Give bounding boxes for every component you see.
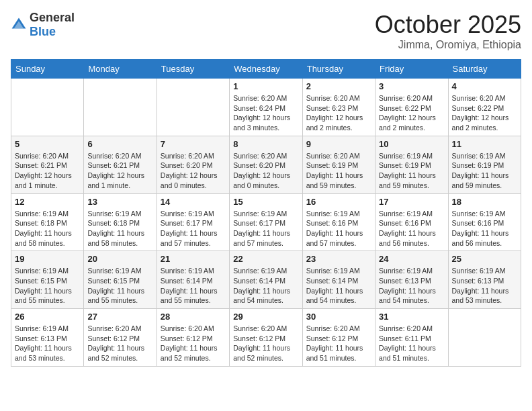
day-info: Sunrise: 6:19 AMSunset: 6:13 PMDaylight:… xyxy=(379,266,444,306)
day-info: Sunrise: 6:19 AMSunset: 6:17 PMDaylight:… xyxy=(233,209,298,248)
day-info: Sunrise: 6:20 AMSunset: 6:12 PMDaylight:… xyxy=(87,324,152,363)
day-info: Sunrise: 6:19 AMSunset: 6:16 PMDaylight:… xyxy=(379,209,444,248)
day-info: Sunrise: 6:19 AMSunset: 6:18 PMDaylight:… xyxy=(15,209,80,248)
calendar-cell: 29Sunrise: 6:20 AMSunset: 6:12 PMDayligh… xyxy=(230,309,302,367)
weekday-header-thursday: Thursday xyxy=(302,60,375,79)
week-row-1: 1Sunrise: 6:20 AMSunset: 6:24 PMDaylight… xyxy=(11,79,521,136)
day-number: 26 xyxy=(15,312,80,322)
day-number: 22 xyxy=(233,254,298,264)
day-info: Sunrise: 6:20 AMSunset: 6:23 PMDaylight:… xyxy=(306,93,371,133)
calendar-cell: 27Sunrise: 6:20 AMSunset: 6:12 PMDayligh… xyxy=(84,309,157,367)
day-number: 8 xyxy=(233,139,298,149)
day-number: 17 xyxy=(379,197,444,207)
day-info: Sunrise: 6:19 AMSunset: 6:15 PMDaylight:… xyxy=(15,266,80,306)
calendar-cell: 23Sunrise: 6:19 AMSunset: 6:14 PMDayligh… xyxy=(302,251,375,309)
day-info: Sunrise: 6:20 AMSunset: 6:12 PMDaylight:… xyxy=(233,324,298,363)
weekday-header-tuesday: Tuesday xyxy=(157,60,229,79)
day-info: Sunrise: 6:20 AMSunset: 6:12 PMDaylight:… xyxy=(306,324,371,363)
calendar-cell: 21Sunrise: 6:19 AMSunset: 6:14 PMDayligh… xyxy=(157,251,229,309)
day-number: 15 xyxy=(233,197,298,207)
calendar-cell: 28Sunrise: 6:20 AMSunset: 6:12 PMDayligh… xyxy=(157,309,229,367)
day-number: 25 xyxy=(452,254,517,264)
day-number: 28 xyxy=(161,312,226,322)
day-info: Sunrise: 6:20 AMSunset: 6:22 PMDaylight:… xyxy=(452,93,517,133)
calendar-cell: 3Sunrise: 6:20 AMSunset: 6:22 PMDaylight… xyxy=(375,79,448,136)
day-info: Sunrise: 6:20 AMSunset: 6:22 PMDaylight:… xyxy=(379,93,444,133)
day-number: 9 xyxy=(306,139,371,149)
week-row-4: 19Sunrise: 6:19 AMSunset: 6:15 PMDayligh… xyxy=(11,251,521,309)
day-number: 12 xyxy=(15,197,80,207)
day-number: 10 xyxy=(379,139,444,149)
logo-blue-text: Blue xyxy=(30,25,56,38)
day-info: Sunrise: 6:19 AMSunset: 6:13 PMDaylight:… xyxy=(15,324,80,363)
day-info: Sunrise: 6:19 AMSunset: 6:17 PMDaylight:… xyxy=(161,209,226,248)
logo-icon xyxy=(11,17,27,33)
day-info: Sunrise: 6:20 AMSunset: 6:21 PMDaylight:… xyxy=(15,151,80,191)
location-text: Jimma, Oromiya, Ethiopia xyxy=(375,39,521,51)
day-number: 14 xyxy=(161,197,226,207)
weekday-header-monday: Monday xyxy=(84,60,157,79)
calendar-cell: 16Sunrise: 6:19 AMSunset: 6:16 PMDayligh… xyxy=(302,193,375,251)
weekday-header-saturday: Saturday xyxy=(448,60,521,79)
day-info: Sunrise: 6:19 AMSunset: 6:13 PMDaylight:… xyxy=(452,266,517,306)
calendar-cell: 14Sunrise: 6:19 AMSunset: 6:17 PMDayligh… xyxy=(157,193,229,251)
calendar-cell: 6Sunrise: 6:20 AMSunset: 6:21 PMDaylight… xyxy=(84,136,157,193)
calendar-cell: 13Sunrise: 6:19 AMSunset: 6:18 PMDayligh… xyxy=(84,193,157,251)
day-number: 1 xyxy=(233,81,298,91)
calendar-cell: 22Sunrise: 6:19 AMSunset: 6:14 PMDayligh… xyxy=(230,251,302,309)
day-number: 2 xyxy=(306,81,371,91)
calendar-cell: 26Sunrise: 6:19 AMSunset: 6:13 PMDayligh… xyxy=(11,309,84,367)
weekday-header-wednesday: Wednesday xyxy=(230,60,302,79)
day-number: 4 xyxy=(452,81,517,91)
day-info: Sunrise: 6:20 AMSunset: 6:20 PMDaylight:… xyxy=(161,151,226,191)
calendar-cell: 7Sunrise: 6:20 AMSunset: 6:20 PMDaylight… xyxy=(157,136,229,193)
day-number: 3 xyxy=(379,81,444,91)
logo-general-text: General xyxy=(30,11,75,24)
day-number: 30 xyxy=(306,312,371,322)
day-number: 23 xyxy=(306,254,371,264)
calendar-cell xyxy=(157,79,229,136)
day-info: Sunrise: 6:19 AMSunset: 6:18 PMDaylight:… xyxy=(87,209,152,248)
day-info: Sunrise: 6:20 AMSunset: 6:21 PMDaylight:… xyxy=(87,151,152,191)
day-info: Sunrise: 6:19 AMSunset: 6:14 PMDaylight:… xyxy=(306,266,371,306)
day-number: 11 xyxy=(452,139,517,149)
day-number: 6 xyxy=(87,139,152,149)
calendar-cell: 2Sunrise: 6:20 AMSunset: 6:23 PMDaylight… xyxy=(302,79,375,136)
day-number: 29 xyxy=(233,312,298,322)
day-number: 27 xyxy=(87,312,152,322)
calendar-cell: 9Sunrise: 6:20 AMSunset: 6:19 PMDaylight… xyxy=(302,136,375,193)
day-info: Sunrise: 6:20 AMSunset: 6:20 PMDaylight:… xyxy=(233,151,298,191)
calendar-cell: 24Sunrise: 6:19 AMSunset: 6:13 PMDayligh… xyxy=(375,251,448,309)
calendar-cell: 12Sunrise: 6:19 AMSunset: 6:18 PMDayligh… xyxy=(11,193,84,251)
month-title: October 2025 xyxy=(375,11,521,39)
day-number: 7 xyxy=(161,139,226,149)
calendar-cell: 25Sunrise: 6:19 AMSunset: 6:13 PMDayligh… xyxy=(448,251,521,309)
calendar-cell xyxy=(448,309,521,367)
calendar-cell: 19Sunrise: 6:19 AMSunset: 6:15 PMDayligh… xyxy=(11,251,84,309)
day-number: 5 xyxy=(15,139,80,149)
day-number: 13 xyxy=(87,197,152,207)
day-number: 20 xyxy=(87,254,152,264)
calendar-cell: 5Sunrise: 6:20 AMSunset: 6:21 PMDaylight… xyxy=(11,136,84,193)
calendar-cell: 4Sunrise: 6:20 AMSunset: 6:22 PMDaylight… xyxy=(448,79,521,136)
day-info: Sunrise: 6:19 AMSunset: 6:19 PMDaylight:… xyxy=(452,151,517,191)
day-info: Sunrise: 6:19 AMSunset: 6:15 PMDaylight:… xyxy=(87,266,152,306)
calendar-cell: 11Sunrise: 6:19 AMSunset: 6:19 PMDayligh… xyxy=(448,136,521,193)
day-number: 31 xyxy=(379,312,444,322)
logo: General Blue xyxy=(11,11,75,39)
page-header: General Blue October 2025 Jimma, Oromiya… xyxy=(11,11,521,51)
calendar-cell: 20Sunrise: 6:19 AMSunset: 6:15 PMDayligh… xyxy=(84,251,157,309)
calendar-cell: 15Sunrise: 6:19 AMSunset: 6:17 PMDayligh… xyxy=(230,193,302,251)
calendar-cell: 8Sunrise: 6:20 AMSunset: 6:20 PMDaylight… xyxy=(230,136,302,193)
day-info: Sunrise: 6:20 AMSunset: 6:24 PMDaylight:… xyxy=(233,93,298,133)
day-number: 16 xyxy=(306,197,371,207)
week-row-3: 12Sunrise: 6:19 AMSunset: 6:18 PMDayligh… xyxy=(11,193,521,251)
calendar-table: SundayMondayTuesdayWednesdayThursdayFrid… xyxy=(11,59,521,367)
day-number: 21 xyxy=(161,254,226,264)
day-number: 24 xyxy=(379,254,444,264)
week-row-5: 26Sunrise: 6:19 AMSunset: 6:13 PMDayligh… xyxy=(11,309,521,367)
day-info: Sunrise: 6:19 AMSunset: 6:16 PMDaylight:… xyxy=(452,209,517,248)
day-info: Sunrise: 6:19 AMSunset: 6:19 PMDaylight:… xyxy=(379,151,444,191)
calendar-cell: 1Sunrise: 6:20 AMSunset: 6:24 PMDaylight… xyxy=(230,79,302,136)
week-row-2: 5Sunrise: 6:20 AMSunset: 6:21 PMDaylight… xyxy=(11,136,521,193)
